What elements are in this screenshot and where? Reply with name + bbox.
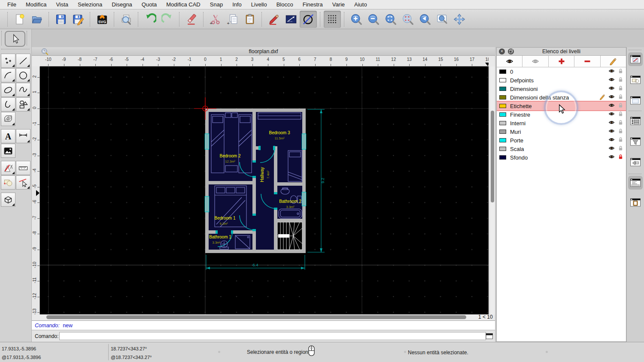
menu-modifica-cad[interactable]: Modifica CAD [161, 0, 205, 9]
save-button[interactable] [52, 11, 70, 28]
dock-panel-list-button[interactable] [628, 114, 643, 128]
menu-file[interactable]: File [3, 0, 21, 9]
layer-lock-icon[interactable] [618, 103, 623, 109]
layer-row-0[interactable]: 0 [497, 67, 626, 76]
layer-row-defpoints[interactable]: Defpoints [497, 76, 626, 84]
plus-all-button[interactable] [549, 56, 574, 67]
layer-row-sfondo[interactable]: Sfondo [497, 153, 626, 162]
layer-visibility-eye-icon[interactable] [608, 76, 615, 84]
horizontal-scrollbar[interactable] [40, 314, 489, 320]
modify-tool-button[interactable] [1, 161, 15, 175]
arc-tool-button[interactable] [1, 68, 15, 82]
layer-row-muri[interactable]: Muri [497, 127, 626, 136]
layer-lock-icon[interactable] [618, 77, 623, 84]
line-tool-button[interactable] [16, 54, 30, 68]
menu-aiuto[interactable]: Aiuto [349, 0, 372, 9]
layer-visibility-eye-icon[interactable] [608, 111, 615, 118]
dock-panel-filter-button[interactable] [628, 135, 643, 148]
shapes-tool-button[interactable] [16, 97, 30, 112]
new-file-button[interactable] [11, 11, 28, 28]
layer-lock-icon[interactable] [618, 137, 623, 144]
print-preview-button[interactable] [118, 11, 135, 28]
undo-button[interactable] [142, 11, 159, 28]
zoom-in-button[interactable] [348, 11, 365, 28]
selection-tool-button[interactable] [5, 31, 25, 47]
zoom-window-button[interactable] [434, 11, 451, 28]
drawing-canvas[interactable]: Bedroom 2 12.3m² Bedroom 3 11.5m² Hallwa… [40, 66, 489, 314]
command-input[interactable] [59, 332, 486, 340]
eye-all-button[interactable] [497, 56, 522, 67]
layer-visibility-eye-icon[interactable] [608, 128, 615, 136]
grid-button[interactable] [324, 11, 341, 28]
hatch-tool-button[interactable] [1, 112, 15, 126]
text-tool-button[interactable]: A [1, 129, 15, 143]
layer-visibility-eye-icon[interactable] [608, 119, 615, 127]
copy-button[interactable]: + [224, 11, 241, 28]
circle-line-button[interactable] [300, 11, 317, 28]
delete-button[interactable] [183, 11, 200, 28]
menu-blocco[interactable]: Blocco [272, 0, 298, 9]
save-as-button[interactable] [70, 11, 87, 28]
layer-row-porte[interactable]: Porte [497, 136, 626, 145]
zoom-out-button[interactable] [365, 11, 382, 28]
edit-shapes-tool-button[interactable] [1, 175, 15, 190]
layer-lock-icon[interactable] [618, 128, 623, 135]
dock-panel-speaker-button[interactable] [628, 155, 643, 169]
horizontal-scrollbar-thumb[interactable] [46, 315, 466, 319]
select-entity-tool-button[interactable] [16, 175, 30, 190]
zoom-select-button[interactable] [399, 11, 416, 28]
svg-export-button[interactable]: SVG [94, 11, 111, 28]
zoom-auto-button[interactable] [382, 11, 399, 28]
solid-tool-button[interactable] [1, 193, 15, 207]
circle-tool-button[interactable] [16, 68, 30, 82]
zoom-previous-button[interactable] [416, 11, 434, 28]
points-tool-button[interactable] [1, 54, 15, 68]
measure-tool-button[interactable] [16, 161, 30, 175]
draw-pencil-button[interactable] [265, 11, 283, 28]
menu-info[interactable]: Info [228, 0, 246, 9]
menu-modifica[interactable]: Modifica [21, 0, 51, 9]
dock-panel-blank-button[interactable] [628, 94, 643, 107]
eye-disabled-all-button[interactable] [522, 56, 548, 67]
menu-vista[interactable]: Vista [51, 0, 73, 9]
vertical-scrollbar-thumb[interactable] [491, 111, 494, 202]
layer-lock-icon[interactable] [618, 68, 623, 75]
paste-button[interactable] [241, 11, 258, 28]
layer-lock-icon[interactable] [618, 94, 623, 101]
pan-button[interactable] [451, 11, 468, 28]
redo-button[interactable] [159, 11, 176, 28]
layer-row-scala[interactable]: Scala [497, 145, 626, 153]
cut-button[interactable]: + [207, 11, 224, 28]
menu-varie[interactable]: Varie [328, 0, 349, 9]
layer-visibility-eye-icon[interactable] [608, 154, 615, 161]
menu-seleziona[interactable]: Seleziona [73, 0, 107, 9]
menu-disegna[interactable]: Disegna [107, 0, 137, 9]
layer-visibility-eye-icon[interactable] [608, 85, 615, 93]
open-folder-button[interactable] [28, 11, 46, 28]
layer-lock-icon[interactable] [618, 154, 623, 161]
layer-visibility-eye-icon[interactable] [608, 136, 615, 144]
layer-visibility-eye-icon[interactable] [608, 94, 615, 101]
menu-quota[interactable]: Quota [137, 0, 161, 9]
dock-panel-command-button[interactable] [628, 176, 643, 190]
layer-lock-icon[interactable] [618, 85, 623, 92]
menu-snap[interactable]: Snap [205, 0, 228, 9]
layer-visibility-eye-icon[interactable] [608, 102, 615, 110]
layer-visibility-eye-icon[interactable] [608, 68, 615, 75]
minus-all-button[interactable] [574, 56, 600, 67]
vertical-scrollbar[interactable] [489, 66, 495, 314]
line-angle-button[interactable] [283, 11, 300, 28]
spline-tool-button[interactable] [16, 83, 30, 97]
dock-panel-shapes-button[interactable] [628, 73, 643, 87]
image-tool-button[interactable] [1, 144, 15, 158]
menu-livello[interactable]: Livello [246, 0, 272, 9]
menu-finestra[interactable]: Finestra [298, 0, 328, 9]
ellipse-tool-button[interactable] [1, 83, 15, 97]
layer-lock-icon[interactable] [618, 111, 623, 118]
dimension-tool-button[interactable] [16, 129, 30, 143]
polyline-tool-button[interactable] [1, 97, 15, 112]
pencil-all-button[interactable] [601, 56, 626, 67]
dock-panel-clipboard-button[interactable] [628, 196, 643, 209]
command-panel-icon[interactable] [485, 332, 494, 340]
dock-panel-pencil-button[interactable] [628, 52, 643, 66]
